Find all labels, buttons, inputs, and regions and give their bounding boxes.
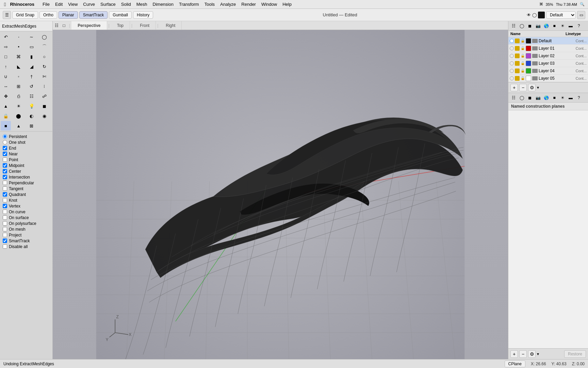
curve-tool-icon[interactable]: ∼ [27,32,37,42]
ncp-environment-icon[interactable]: 🌎 [542,94,550,102]
color-swatch[interactable] [538,12,545,18]
layer-color-swatch[interactable] [526,53,531,59]
layer-color-swatch[interactable] [526,61,531,66]
add-layer-button[interactable]: + [510,84,518,91]
environment-icon[interactable]: 🌎 [542,22,550,30]
snap-item-intersection[interactable]: Intersection [3,174,50,180]
layer-color-swatch[interactable] [526,46,531,51]
layer-active-indicator[interactable] [510,46,514,50]
tab-perspective[interactable]: Perspective [71,21,107,30]
group-tool-icon[interactable]: ☷ [27,91,37,101]
smarttrack-button[interactable]: SmartTrack [79,11,108,19]
menu-item-view[interactable]: View [68,2,78,7]
snap-checkbox-on-mesh[interactable] [3,227,7,231]
snap-item-one-shot[interactable]: One shot [3,139,50,145]
sun-icon[interactable]: ☀ [559,22,566,30]
layer-lock-icon[interactable]: 🔓 [520,53,525,58]
menu-item-render[interactable]: Render [241,2,256,7]
rectangle-tool-icon[interactable]: ▭ [27,42,37,51]
ncp-sun-icon[interactable]: ☀ [559,94,566,102]
layer-lock-icon[interactable]: 🔓 [520,76,525,81]
mesh-tool-icon[interactable]: ⌘ [14,52,24,61]
snap-checkbox-disable-all[interactable] [3,244,7,249]
snap-item-midpoint[interactable]: Midpoint [3,163,50,168]
layer-active-indicator[interactable] [510,69,514,73]
ncp-lights-icon[interactable]: 📷 [534,94,542,102]
split-tool-icon[interactable]: † [27,72,37,81]
copy-tool-icon[interactable]: ⎙ [14,91,24,101]
ncp-help-icon[interactable]: ? [575,94,583,102]
menu-item-tools[interactable]: Tools [205,2,215,7]
layer-settings-button[interactable]: ⚙ [528,84,536,91]
fillet-tool-icon[interactable]: ◦ [14,72,24,81]
layer-color-swatch[interactable] [526,76,531,81]
gumball2-tool-icon[interactable]: ▲ [14,121,24,131]
menu-item-curve[interactable]: Curve [83,2,95,7]
snap-item-smarttrack[interactable]: SmartTrack [3,238,50,244]
snap-item-point[interactable]: Point [3,157,50,163]
add-plane-button[interactable]: + [510,350,518,358]
rotate-tool-icon[interactable]: ↺ [27,81,37,91]
surface-tool-icon[interactable]: □ [1,52,11,61]
snap-item-knot[interactable]: Knot [3,197,50,203]
viewport-icon-2[interactable]: ◯ [532,13,537,17]
panel-toggle-button[interactable]: ▭ [577,11,585,19]
remove-plane-button[interactable]: − [519,350,527,358]
search-icon[interactable]: 🔍 [580,2,585,6]
scale-tool-icon[interactable]: ⁝ [39,81,49,91]
snap-radio-persistent[interactable] [3,134,7,139]
viewport-icon-1[interactable]: 👁 [527,13,531,17]
select-tool-icon[interactable]: ↶ [1,32,11,42]
snap-checkbox-on-polysurface[interactable] [3,221,7,226]
snap-item-tangent[interactable]: Tangent [3,186,50,191]
menu-item-surface[interactable]: Surface [100,2,116,7]
layer-color-swatch[interactable] [526,68,531,74]
menu-item-transform[interactable]: Transform [179,2,199,7]
lock-tool-icon[interactable]: 🔒 [1,111,11,121]
snap-item-on-mesh[interactable]: On mesh [3,226,50,232]
layout-icon[interactable]: ▬ [567,22,574,30]
command-input[interactable]: ExtractMeshEdges [0,21,52,31]
revolve-tool-icon[interactable]: ↻ [39,62,49,71]
layer-row-04[interactable]: 🔓 Layer 04 Cont... [508,67,588,75]
remove-layer-button[interactable]: − [519,84,527,91]
snap-checkbox-vertex[interactable] [3,204,7,208]
layer-color-swatch[interactable] [526,38,531,44]
snap-radio-one-shot[interactable] [3,140,7,144]
menu-item-window[interactable]: Window [261,2,277,7]
layer-row-03[interactable]: 🔓 Layer 03 Cont... [508,60,588,67]
snap-item-near[interactable]: Near [3,151,50,157]
viewport-max-icon[interactable]: □ [60,21,68,30]
tab-right[interactable]: Right [160,21,182,30]
snap-checkbox-quadrant[interactable] [3,192,7,197]
snap-item-persistent[interactable]: Persistent [3,134,50,139]
history-button[interactable]: History [133,11,153,19]
array-tool-icon[interactable]: ⊞ [14,81,24,91]
tab-top[interactable]: Top [111,21,130,30]
trim-tool-icon[interactable]: ✄ [39,72,49,81]
tab-front[interactable]: Front [134,21,156,30]
color-tool-icon[interactable]: ⬤ [14,111,24,121]
menu-item-analyze[interactable]: Analyze [220,2,236,7]
layer-lock-icon[interactable]: 🔓 [520,61,525,66]
snap-checkbox-end[interactable] [3,146,7,150]
layer-lock-icon[interactable]: 🔓 [520,68,525,73]
layer-active-indicator[interactable] [510,54,514,58]
snap-item-disable-all[interactable]: Disable all [3,244,50,249]
ncp-properties-icon[interactable]: ◯ [518,94,525,102]
snap-item-center[interactable]: Center [3,168,50,174]
loft-tool-icon[interactable]: ◣ [14,62,24,71]
circle-tool-icon[interactable]: ◯ [39,32,49,42]
snap-checkbox-tangent[interactable] [3,186,7,191]
snap-checkbox-perpendicular[interactable] [3,181,7,185]
snap-checkbox-near[interactable] [3,152,7,156]
snap-item-on-surface[interactable]: On surface [3,215,50,220]
layer-tool-icon[interactable]: ☍ [39,91,49,101]
snap-checkbox-point[interactable] [3,157,7,162]
snap-item-quadrant[interactable]: Quadrant [3,191,50,197]
lights-icon[interactable]: 📷 [534,22,542,30]
ncp-layers-icon[interactable]: ☷ [510,94,517,102]
osnap-tool-icon[interactable]: ■ [1,121,11,131]
menu-item-file[interactable]: File [43,2,50,7]
widget-tool-icon[interactable]: ⊠ [27,121,37,131]
